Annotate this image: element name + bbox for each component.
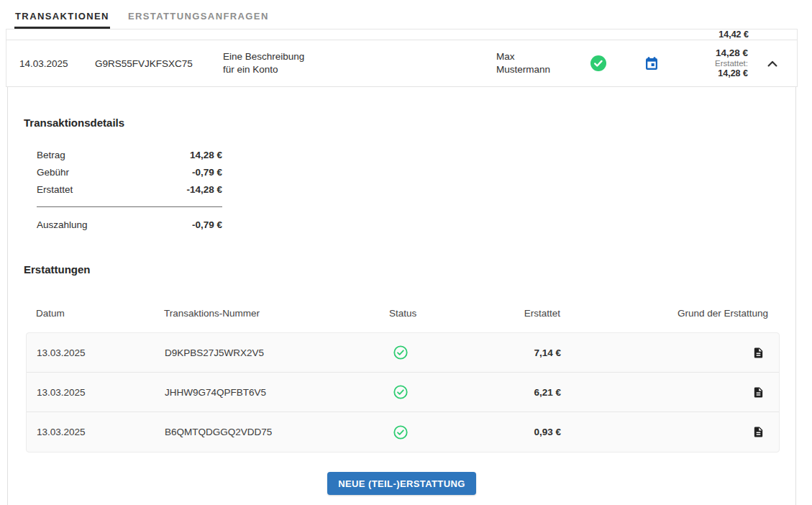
transaction-description: Eine Beschreibung für ein Konto [223,50,496,76]
transaction-date: 14.03.2025 [19,58,95,69]
col-header-grund: Grund der Erstattung [560,308,780,319]
new-refund-button[interactable]: NEUE (TEIL-)ERSTATTUNG [327,472,476,495]
refund-id: B6QMTQDGGQ2VDD75 [165,427,390,437]
chevron-up-icon [767,60,777,67]
refund-reason-document-icon[interactable] [752,386,765,399]
col-header-status: Status [389,308,521,319]
col-header-transaktions-nummer: Transaktions-Nummer [164,308,389,319]
refund-row: 13.03.2025 B6QMTQDGGQ2VDD75 0,93 € [27,412,779,452]
detail-row-erstattet: Erstattet -14,28 € [37,181,222,199]
refunded-label: Erstattet: [689,59,748,68]
refund-reason-document-icon[interactable] [752,346,765,360]
status-success-outline-icon [393,385,408,399]
status-success-outline-icon [393,425,408,440]
refund-id: D9KPBS27J5WRX2V5 [165,347,390,358]
status-success-outline-icon [393,345,408,360]
refunds-table-header: Datum Transaktions-Nummer Status Erstatt… [26,308,780,319]
refunded-amount: 14,28 € [689,68,748,79]
refund-amount: 0,93 € [521,427,561,437]
refund-row: 13.03.2025 D9KPBS27J5WRX2V5 7,14 € [27,333,779,373]
detail-row-gebuehr: Gebühr -0,79 € [37,164,222,181]
transaction-amount: 14,28 € [689,47,748,59]
collapse-row-button[interactable] [748,60,797,67]
transaction-detail-panel: Transaktionsdetails Betrag 14,28 € Gebüh… [7,87,796,505]
totals-divider [37,206,222,207]
detail-row-auszahlung: Auszahlung -0,79 € [37,217,222,234]
refunds-section-title: Erstattungen [24,263,795,276]
refund-amount: 7,14 € [521,347,561,358]
detail-row-betrag: Betrag 14,28 € [37,147,222,164]
transaction-row[interactable]: 14.03.2025 G9RS55FVJKFSXC75 Eine Beschre… [6,40,797,86]
refunds-table: 13.03.2025 D9KPBS27J5WRX2V5 7,14 € [26,332,780,452]
previous-transaction-row[interactable]: 14,42 € [6,29,797,40]
refund-id: JHHW9G74QPFBT6V5 [165,387,390,398]
tab-transactions[interactable]: TRANSAKTIONEN [14,4,110,29]
previous-row-amount: 14,42 € [719,30,749,40]
tab-bar: TRANSAKTIONEN ERSTATTUNGSANFRAGEN [0,0,812,29]
transaction-list: 14,42 € 14.03.2025 G9RS55FVJKFSXC75 Eine… [6,29,798,87]
refund-row: 13.03.2025 JHHW9G74QPFBT6V5 6,21 € [27,373,779,412]
col-header-erstattet: Erstattet [521,308,560,319]
status-success-icon [590,55,606,71]
transaction-amounts: 14,28 € Erstattet: 14,28 € [689,47,748,79]
col-header-datum: Datum [26,308,164,319]
tab-refund-requests[interactable]: ERSTATTUNGSANFRAGEN [127,4,270,29]
refund-date: 13.03.2025 [27,347,165,358]
calendar-icon [644,56,659,70]
refund-date: 13.03.2025 [27,387,165,398]
customer-name: Max Mustermann [496,50,583,76]
refund-reason-document-icon[interactable] [752,425,765,439]
details-section-title: Transaktionsdetails [24,117,795,129]
transaction-id: G9RS55FVJKFSXC75 [95,58,223,69]
refund-amount: 6,21 € [521,387,561,398]
refund-date: 13.03.2025 [27,427,165,437]
details-amounts: Betrag 14,28 € Gebühr -0,79 € Erstattet … [37,147,222,199]
